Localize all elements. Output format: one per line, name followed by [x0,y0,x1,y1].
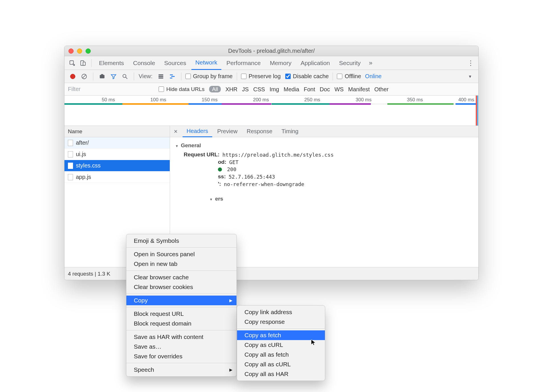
detail-tab-preview[interactable]: Preview [213,126,242,137]
separator [126,307,236,307]
svg-rect-6 [101,74,103,75]
minimize-window-button[interactable] [77,49,82,54]
overflow-tabs-icon[interactable]: » [366,58,375,68]
capture-screenshots-icon[interactable] [97,72,107,81]
kv-val: 200 [227,166,236,172]
request-row-stylescss[interactable]: styles.css [64,160,170,171]
ctx-speech-submenu[interactable]: Speech ▶ [126,365,236,375]
detail-tab-headers[interactable]: Headers [183,126,212,137]
view-label: View: [139,73,153,80]
kv-key: Request URL: [184,151,220,158]
ctx-clear-cache[interactable]: Clear browser cache [126,272,236,282]
tick-label: 150 ms [202,97,218,103]
preserve-log-checkbox[interactable]: Preserve log [241,73,281,80]
ctx-copy-as-curl[interactable]: Copy as cURL [237,340,325,350]
file-icon [68,163,73,169]
ctx-save-har[interactable]: Save as HAR with content [126,332,236,342]
disable-cache-checkbox[interactable]: Disable cache [285,73,329,80]
filter-input[interactable] [64,83,159,95]
request-row-label: app.js [76,174,91,180]
hide-data-urls-input[interactable] [159,86,164,92]
filter-cat-manifest[interactable]: Manifest [346,83,372,95]
ctx-open-tab[interactable]: Open in new tab [126,259,236,269]
tick-label: 300 ms [356,97,372,103]
disable-cache-input[interactable] [285,74,291,79]
ctx-open-sources[interactable]: Open in Sources panel [126,249,236,259]
request-row-uijs[interactable]: ui.js [64,149,170,160]
kebab-menu-icon[interactable]: ⋮ [466,58,476,68]
group-by-frame-checkbox[interactable]: Group by frame [185,73,233,80]
kv-remote-address: ss: 52.7.166.25:443 [218,173,473,180]
ctx-save-overrides[interactable]: Save for overrides [126,351,236,361]
tab-sources[interactable]: Sources [160,56,190,70]
ctx-copy-all-har[interactable]: Copy all as HAR [237,369,325,379]
network-timeline[interactable]: 50 ms 100 ms 150 ms 200 ms 250 ms 300 ms… [64,96,478,126]
filter-cat-font[interactable]: Font [302,83,317,95]
ctx-copy-as-fetch[interactable]: Copy as fetch [237,330,325,340]
detail-tab-response[interactable]: Response [243,126,276,137]
section-response-headers-partial[interactable]: ers [209,196,473,202]
filter-cat-img[interactable]: Img [267,83,281,95]
tab-security[interactable]: Security [335,56,365,70]
svg-line-8 [126,77,128,79]
filter-cat-css[interactable]: CSS [251,83,267,95]
offline-checkbox[interactable]: Offline [337,73,361,80]
filter-cat-js[interactable]: JS [240,83,251,95]
dropdown-icon[interactable]: ▼ [465,72,475,81]
tab-elements[interactable]: Elements [95,56,128,70]
hide-data-urls-checkbox[interactable]: Hide data URLs [159,86,205,92]
tab-network[interactable]: Network [191,56,221,70]
preserve-log-label: Preserve log [249,73,281,80]
filter-cat-all[interactable]: All [207,83,223,95]
ctx-clear-cookies[interactable]: Clear browser cookies [126,282,236,292]
filter-cat-ws[interactable]: WS [332,83,346,95]
kv-referrer-policy: ': no-referrer-when-downgrade [218,181,473,187]
group-by-frame-input[interactable] [185,74,191,79]
filter-toggle-icon[interactable] [109,72,118,81]
close-window-button[interactable] [68,49,74,54]
zoom-window-button[interactable] [86,49,91,54]
separator [333,72,333,80]
tick-label: 200 ms [253,97,269,103]
tab-memory[interactable]: Memory [266,56,296,70]
tick-label: 400 ms [458,97,474,103]
detail-tab-timing[interactable]: Timing [278,126,302,137]
kv-status: 200 [218,166,473,172]
close-detail-icon[interactable]: × [172,128,180,136]
request-list-header[interactable]: Name [64,126,170,137]
ctx-copy-all-curl[interactable]: Copy all as cURL [237,359,325,369]
disable-cache-label: Disable cache [293,73,329,80]
file-icon [68,140,73,146]
filter-cat-media[interactable]: Media [281,83,301,95]
separator [237,328,325,329]
inspect-element-icon[interactable] [67,58,77,68]
section-general[interactable]: General [175,142,473,149]
offline-input[interactable] [337,74,342,79]
filter-cat-doc[interactable]: Doc [317,83,332,95]
request-row-appjs[interactable]: app.js [64,171,170,183]
throttling-select[interactable]: Online [365,73,382,80]
large-rows-icon[interactable] [156,72,166,81]
record-button[interactable] [68,72,78,81]
clear-button-icon[interactable] [79,72,89,81]
ctx-copy-all-fetch[interactable]: Copy all as fetch [237,350,325,359]
search-icon[interactable] [120,72,130,81]
request-row-after[interactable]: after/ [64,137,170,149]
device-toolbar-icon[interactable] [78,58,88,68]
ctx-save-as[interactable]: Save as… [126,342,236,351]
tab-application[interactable]: Application [297,56,334,70]
preserve-log-input[interactable] [241,74,246,79]
tab-performance[interactable]: Performance [222,56,265,70]
ctx-copy-link[interactable]: Copy link address [237,307,325,317]
ctx-emoji[interactable]: Emoji & Symbols [126,236,236,246]
ctx-block-domain[interactable]: Block request domain [126,319,236,328]
tab-console[interactable]: Console [129,56,159,70]
ctx-block-url[interactable]: Block request URL [126,309,236,319]
filter-cat-xhr[interactable]: XHR [223,83,240,95]
ctx-copy-response[interactable]: Copy response [237,317,325,327]
timeline-bars [64,103,478,106]
waterfall-overview-icon[interactable] [167,72,177,81]
filter-cat-other[interactable]: Other [372,83,391,95]
ctx-copy-submenu[interactable]: Copy ▶ [126,296,236,305]
separator [181,72,181,80]
